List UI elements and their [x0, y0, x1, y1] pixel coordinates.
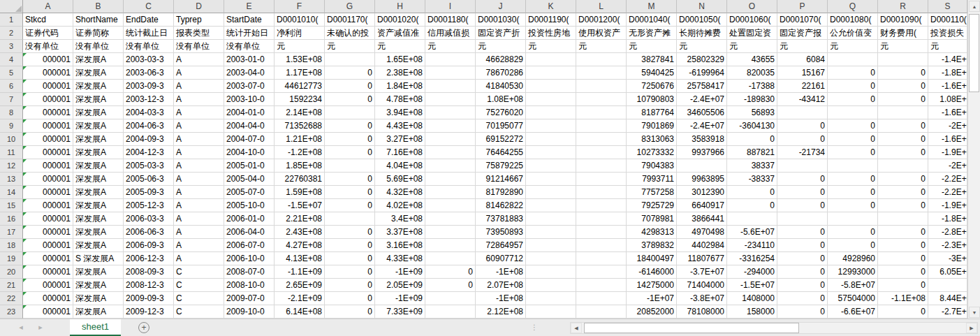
- cell-R19[interactable]: 0: [878, 252, 928, 265]
- cell-O11[interactable]: 887821: [727, 146, 777, 159]
- cell-I1[interactable]: D0001180(: [425, 13, 476, 27]
- cell-L18[interactable]: [576, 239, 627, 252]
- cell-G7[interactable]: 0: [325, 93, 375, 106]
- cell-G22[interactable]: 0: [325, 292, 375, 305]
- cell-Q6[interactable]: 0: [828, 80, 878, 93]
- cell-Q16[interactable]: [828, 212, 878, 226]
- row-header-18[interactable]: 18: [0, 239, 23, 252]
- cell-I12[interactable]: [425, 159, 476, 173]
- cell-M20[interactable]: -6146000: [627, 265, 677, 279]
- cell-J1[interactable]: D0001030(: [476, 13, 526, 27]
- cell-O14[interactable]: 0: [727, 186, 777, 199]
- cell-N6[interactable]: 25758417: [677, 80, 727, 93]
- cell-Q13[interactable]: 0: [828, 173, 878, 186]
- cell-O4[interactable]: 43655: [727, 53, 777, 66]
- cell-G6[interactable]: 0: [325, 80, 375, 93]
- cell-R11[interactable]: 0: [878, 146, 928, 159]
- cell-S15[interactable]: -1.9E+08: [928, 199, 967, 212]
- cell-P13[interactable]: 0: [777, 173, 828, 186]
- cell-R10[interactable]: 0: [878, 133, 928, 146]
- cell-R3[interactable]: 元: [878, 40, 928, 53]
- cell-E17[interactable]: 2006-04-0: [224, 226, 275, 239]
- cell-D14[interactable]: A: [174, 186, 224, 199]
- cell-K12[interactable]: [526, 159, 576, 173]
- cell-L7[interactable]: [576, 93, 627, 106]
- cell-S3[interactable]: 元: [928, 40, 967, 53]
- cell-R4[interactable]: [878, 53, 928, 66]
- cell-B4[interactable]: 深发展A: [73, 53, 124, 66]
- cell-P10[interactable]: 0: [777, 133, 828, 146]
- cell-R13[interactable]: 0: [878, 173, 928, 186]
- cell-B12[interactable]: 深发展A: [73, 159, 124, 173]
- cell-P1[interactable]: D0001070(: [777, 13, 828, 27]
- cell-J7[interactable]: 1.08E+08: [476, 93, 526, 106]
- cell-J12[interactable]: 75879225: [476, 159, 526, 173]
- cell-S12[interactable]: -2E+08: [928, 159, 967, 173]
- cell-S1[interactable]: D000110(: [928, 13, 967, 27]
- cell-H6[interactable]: 1.84E+08: [375, 80, 425, 93]
- cell-A1[interactable]: Stkcd: [23, 13, 73, 27]
- cell-G8[interactable]: [325, 106, 375, 119]
- cell-C3[interactable]: 没有单位: [124, 40, 174, 53]
- cell-G18[interactable]: 0: [325, 239, 375, 252]
- cell-S2[interactable]: 投资损失: [928, 27, 967, 40]
- cell-J6[interactable]: 41840530: [476, 80, 526, 93]
- cell-A21[interactable]: 000001: [23, 279, 73, 292]
- cell-N8[interactable]: 34605506: [677, 106, 727, 119]
- cell-B3[interactable]: 没有单位: [73, 40, 124, 53]
- cell-J10[interactable]: 69152272: [476, 133, 526, 146]
- cell-M12[interactable]: 7904383: [627, 159, 677, 173]
- cell-A19[interactable]: 000001: [23, 252, 73, 265]
- cell-C22[interactable]: 2009-09-3: [124, 292, 174, 305]
- cell-C10[interactable]: 2004-09-3: [124, 133, 174, 146]
- cell-F10[interactable]: 1.21E+08: [275, 133, 325, 146]
- cell-F17[interactable]: 2.43E+08: [275, 226, 325, 239]
- column-header-D[interactable]: D: [174, 0, 224, 13]
- cell-S10[interactable]: -1.6E+08: [928, 133, 967, 146]
- cell-N17[interactable]: 4970498: [677, 226, 727, 239]
- cell-P21[interactable]: 0: [777, 279, 828, 292]
- column-header-G[interactable]: G: [325, 0, 375, 13]
- cell-L16[interactable]: [576, 212, 627, 226]
- cell-S14[interactable]: -2.2E+08: [928, 186, 967, 199]
- cell-Q11[interactable]: 0: [828, 146, 878, 159]
- cell-L12[interactable]: [576, 159, 627, 173]
- cell-J18[interactable]: 72864957: [476, 239, 526, 252]
- cell-G13[interactable]: 0: [325, 173, 375, 186]
- cell-A3[interactable]: 没有单位: [23, 40, 73, 53]
- cell-B15[interactable]: 深发展A: [73, 199, 124, 212]
- cell-N3[interactable]: 元: [677, 40, 727, 53]
- cell-R9[interactable]: 0: [878, 119, 928, 133]
- cell-E1[interactable]: StartDate: [224, 13, 275, 27]
- cell-I7[interactable]: [425, 93, 476, 106]
- cell-R5[interactable]: 0: [878, 66, 928, 80]
- cell-D7[interactable]: A: [174, 93, 224, 106]
- cell-N15[interactable]: 6640917: [677, 199, 727, 212]
- row-header-15[interactable]: 15: [0, 199, 23, 212]
- cell-P19[interactable]: 0: [777, 252, 828, 265]
- cell-F3[interactable]: 元: [275, 40, 325, 53]
- cell-O3[interactable]: 元: [727, 40, 777, 53]
- cell-H15[interactable]: 4.02E+08: [375, 199, 425, 212]
- cell-B14[interactable]: 深发展A: [73, 186, 124, 199]
- cell-C13[interactable]: 2005-06-3: [124, 173, 174, 186]
- cell-S5[interactable]: -1.8E+08: [928, 66, 967, 80]
- cell-B21[interactable]: 深发展A: [73, 279, 124, 292]
- cell-M17[interactable]: 4298313: [627, 226, 677, 239]
- cell-J9[interactable]: 70195077: [476, 119, 526, 133]
- cell-R2[interactable]: 财务费用(: [878, 27, 928, 40]
- cell-S19[interactable]: -3E+08: [928, 252, 967, 265]
- cell-B11[interactable]: 深发展A: [73, 146, 124, 159]
- cell-S18[interactable]: -2.3E+08: [928, 239, 967, 252]
- cell-J22[interactable]: -1E+08: [476, 292, 526, 305]
- cell-A18[interactable]: 000001: [23, 239, 73, 252]
- row-header-9[interactable]: 9: [0, 119, 23, 133]
- cell-O18[interactable]: -234110: [727, 239, 777, 252]
- cell-G10[interactable]: 0: [325, 133, 375, 146]
- cell-Q20[interactable]: 12993000: [828, 265, 878, 279]
- cell-P23[interactable]: 0: [777, 305, 828, 319]
- cell-Q19[interactable]: 4928960: [828, 252, 878, 265]
- cell-D10[interactable]: A: [174, 133, 224, 146]
- cell-J20[interactable]: -1E+08: [476, 265, 526, 279]
- cell-L5[interactable]: [576, 66, 627, 80]
